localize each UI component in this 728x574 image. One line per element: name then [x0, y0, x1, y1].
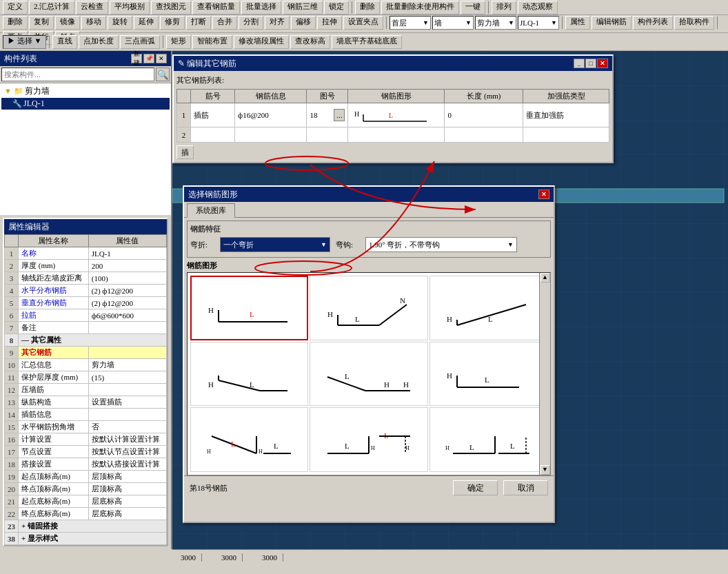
prop-val-6[interactable]: ф6@600*600 — [88, 309, 166, 322]
prop-val-10[interactable]: 剪力墙 — [88, 359, 166, 371]
prop-row-38[interactable]: 38 + 显示样式 — [5, 533, 167, 545]
point-length-btn[interactable]: 点加长度 — [79, 35, 119, 49]
break-btn[interactable]: 打断 — [186, 16, 211, 30]
edit-rebar-btn[interactable]: 编辑钢筋 — [592, 16, 631, 30]
rebar-shape-1[interactable]: H L — [348, 103, 445, 127]
tree-item-jlq1[interactable]: 🔧 JLQ-1 — [1, 98, 170, 110]
offset-btn[interactable]: 偏移 — [291, 16, 316, 30]
sort-btn[interactable]: 排列 — [492, 1, 516, 14]
shape-cell-8[interactable]: L H L H — [310, 407, 427, 472]
shape-cell-3[interactable]: H L — [429, 276, 547, 340]
rebar-info-1[interactable]: ф16@200 — [235, 103, 307, 127]
scroll-down-btn[interactable]: ▼ — [540, 465, 550, 475]
prop-val-13[interactable]: 设置插筋 — [88, 396, 166, 409]
prop-val-16[interactable]: 按默认计算设置计算 — [88, 433, 166, 446]
view-rebar-btn[interactable]: 查看钢筋量 — [192, 1, 240, 14]
modify-wall-attr-btn[interactable]: 修改墙段属性 — [234, 35, 289, 49]
delete-btn[interactable]: 删除 — [355, 1, 380, 14]
shape-cell-5[interactable]: L H H — [310, 342, 427, 407]
rebar-shapenum-1[interactable]: 18 ... — [307, 103, 348, 127]
cancel-button[interactable]: 取消 — [503, 480, 548, 495]
rebar-length-2[interactable] — [445, 127, 523, 143]
rebar-shapenum-2[interactable] — [307, 127, 348, 143]
rebar-type-2[interactable] — [523, 127, 609, 143]
define-btn[interactable]: 定义 — [3, 1, 28, 14]
move-btn[interactable]: 移动 — [81, 16, 106, 30]
prop-val-21[interactable]: 层底标高 — [88, 495, 166, 508]
prop-val-5[interactable]: (2) ф12@200 — [88, 297, 166, 309]
tree-item-shear-wall[interactable]: ▼ 📁 剪力墙 — [1, 85, 170, 98]
search-button[interactable]: 🔍 — [156, 68, 170, 81]
prop-val-14[interactable] — [88, 409, 166, 421]
edit-rebar-maximize[interactable]: □ — [585, 59, 596, 68]
prop-val-11[interactable]: (15) — [88, 371, 166, 384]
prop-val-4[interactable]: (2) ф12@200 — [88, 285, 166, 297]
ok-button[interactable]: 确定 — [453, 480, 498, 495]
align-btn[interactable]: 对齐 — [265, 16, 290, 30]
panel-new-btn[interactable]: 新建 — [131, 54, 142, 63]
shape-dialog-header[interactable]: 选择钢筋图形 ✕ — [184, 187, 554, 202]
rect-btn[interactable]: 矩形 — [166, 35, 191, 49]
prop-val-19[interactable]: 层顶标高 — [88, 471, 166, 483]
rebar-barnum-1[interactable]: 插筋 — [191, 103, 235, 127]
shape-select-btn[interactable]: ... — [334, 109, 345, 121]
shape-cell-7[interactable]: H L H L — [190, 407, 308, 472]
calc-btn[interactable]: 2.汇总计算 — [29, 1, 74, 14]
prop-val-12[interactable] — [88, 384, 166, 396]
rebar-barnum-2[interactable] — [191, 127, 235, 143]
prop-val-22[interactable]: 层底标高 — [88, 508, 166, 520]
dynamic-view-btn[interactable]: 动态观察 — [518, 1, 558, 14]
search-input[interactable] — [1, 68, 154, 81]
change-elevation-btn[interactable]: 查改标高 — [290, 35, 330, 49]
edit-rebar-dialog-header[interactable]: ✎ 编辑其它钢筋 _ □ ✕ — [174, 56, 612, 71]
shape-cell-9[interactable]: H L L — [429, 407, 547, 472]
rebar-info-2[interactable] — [235, 127, 307, 143]
prop-val-1[interactable]: JLQ-1 — [88, 247, 166, 260]
prop-val-9[interactable] — [88, 347, 166, 359]
insert-btn[interactable]: 插 — [176, 145, 194, 159]
find-element-btn[interactable]: 查找图元 — [151, 1, 191, 14]
rebar-type-1[interactable]: 垂直加强筋 — [523, 103, 609, 127]
panel-pin-btn[interactable]: 📌 — [143, 54, 154, 63]
trim-btn[interactable]: 修剪 — [160, 16, 185, 30]
shape-cell-6[interactable]: H L — [429, 342, 547, 407]
edit-rebar-close[interactable]: ✕ — [597, 59, 608, 68]
prop-row-23[interactable]: 23 + 锚固搭接 — [5, 520, 167, 533]
rebar-length-1[interactable]: 0 — [445, 103, 523, 127]
wall-bottom-btn[interactable]: 墙底平齐基础底底 — [332, 35, 402, 49]
panel-close-btn[interactable]: ✕ — [156, 54, 167, 63]
lock-btn[interactable]: 锁定 — [324, 1, 349, 14]
split-btn[interactable]: 分割 — [239, 16, 263, 30]
floor-dropdown[interactable]: 首层▼ — [390, 16, 431, 30]
cloud-check-btn[interactable]: 云检查 — [76, 1, 108, 14]
pick-component-btn[interactable]: 拾取构件 — [674, 16, 714, 30]
tab-system-library[interactable]: 系统图库 — [187, 203, 235, 218]
prop-val-2[interactable]: 200 — [88, 260, 166, 272]
one-key-btn[interactable]: 一键 — [461, 1, 485, 14]
copy-btn[interactable]: 复制 — [29, 16, 54, 30]
rebar-shape-2[interactable] — [348, 127, 445, 143]
prop-val-20[interactable]: 层顶标高 — [88, 483, 166, 495]
layer-dropdown[interactable]: 墙▼ — [432, 16, 474, 30]
shape-cell-1[interactable]: H L — [190, 276, 308, 340]
prop-val-3[interactable]: (100) — [88, 272, 166, 285]
smart-layout-btn[interactable]: 智能布置 — [192, 35, 232, 49]
delete2-btn[interactable]: 删除 — [3, 16, 28, 30]
bend-dropdown[interactable]: 一个弯折 ▼ — [220, 237, 330, 252]
property-btn[interactable]: 属性 — [565, 16, 590, 30]
component-list-btn[interactable]: 构件列表 — [633, 16, 673, 30]
arc-btn[interactable]: 三点画弧 — [120, 35, 160, 49]
prop-val-15[interactable]: 否 — [88, 421, 166, 433]
hook-dropdown[interactable]: 1.90° 弯折，不带弯钩 ▼ — [365, 237, 517, 252]
extend-btn[interactable]: 延伸 — [134, 16, 159, 30]
rotate-btn[interactable]: 旋转 — [108, 16, 132, 30]
shapes-scrollbar[interactable]: ▲ ▼ — [539, 273, 550, 475]
prop-val-7[interactable] — [88, 322, 166, 334]
scroll-up-btn[interactable]: ▲ — [540, 273, 550, 283]
element-dropdown[interactable]: JLQ-1▼ — [518, 16, 559, 30]
prop-row-9[interactable]: 9 其它钢筋 — [5, 347, 167, 359]
rebar-3d-btn[interactable]: 钢筋三维 — [283, 1, 323, 14]
shape-dialog-close[interactable]: ✕ — [538, 189, 549, 199]
shape-cell-2[interactable]: H N L — [310, 276, 427, 340]
select-btn[interactable]: ▶ 选择 ▼ — [3, 35, 46, 49]
